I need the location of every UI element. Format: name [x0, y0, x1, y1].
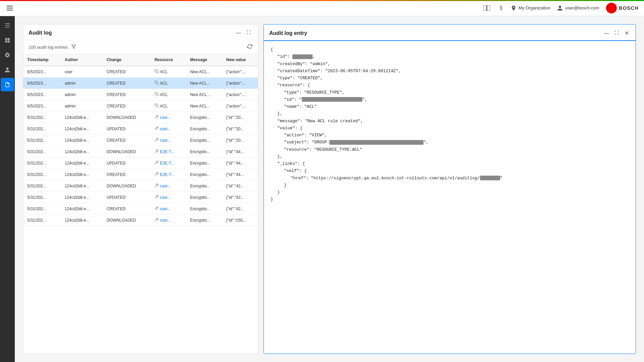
cell-change: DOWNLOADED: [103, 215, 150, 226]
cell-message: New ACL...: [186, 78, 222, 89]
entry-minimize-button[interactable]: —: [602, 29, 610, 37]
resource-link[interactable]: E2E-T...: [160, 149, 174, 154]
audit-panel-controls: —: [234, 29, 252, 37]
table-row[interactable]: 5/31/202...124cd2b8-e...CREATEDcool...En…: [23, 203, 258, 215]
main-layout: ☰ Audit log: [0, 16, 644, 362]
table-row[interactable]: 6/5/2023...adminCREATEDACLNew ACL...{"ac…: [23, 100, 258, 112]
cell-timestamp: 5/31/202...: [23, 215, 61, 226]
resource-link[interactable]: cool...: [160, 115, 171, 120]
json-line-id: "id": ,: [271, 53, 629, 60]
svg-rect-3: [156, 71, 158, 73]
table-row[interactable]: 6/5/2023...userCREATEDACLNew ACL...{"act…: [23, 66, 258, 78]
resource-link[interactable]: cool...: [160, 218, 171, 223]
cell-change: CREATED: [103, 78, 150, 89]
table-row[interactable]: 5/31/202...124cd2b8-e...UPDATEDE2E-T...E…: [23, 157, 258, 169]
layout-toggle-button[interactable]: [482, 4, 491, 12]
cell-resource[interactable]: E2E-T...: [151, 157, 186, 169]
cell-resource[interactable]: cool...: [151, 180, 186, 192]
audit-minimize-button[interactable]: —: [234, 29, 242, 37]
json-href-key: "href": "https://signencrypt.qa.eu1.bosc…: [291, 176, 480, 181]
json-resource-id-end: ",: [362, 97, 367, 102]
sidebar-item-person[interactable]: [1, 63, 14, 77]
json-line-outer-close: }: [271, 196, 629, 203]
org-icon: [511, 5, 517, 11]
table-row[interactable]: 6/5/2023...adminCREATEDACLNew ACL...{"ac…: [23, 89, 258, 100]
cell-resource[interactable]: cool...: [151, 203, 186, 215]
audit-maximize-button[interactable]: [245, 29, 252, 37]
cell-resource[interactable]: E2E-T...: [151, 146, 186, 157]
cell-resource[interactable]: cool...: [151, 192, 186, 203]
table-container[interactable]: Timestamp Author Change Resource Message…: [23, 54, 258, 354]
resource-link[interactable]: cool...: [160, 207, 171, 211]
table-row[interactable]: 5/31/202...124cd2b8-e...CREATEDcool...En…: [23, 135, 258, 146]
resource-link[interactable]: cool...: [160, 195, 171, 200]
wrench-icon: [155, 207, 159, 211]
cell-resource[interactable]: cool...: [151, 112, 186, 123]
cell-timestamp: 5/31/202...: [23, 123, 61, 135]
cell-author: admin: [61, 100, 103, 112]
audit-panel: Audit log — 100 audit log entries: [23, 24, 258, 354]
cell-newvalue: {"action":...: [222, 78, 258, 89]
json-resource-type: "type": "RESOURCE_TYPE",: [284, 90, 345, 95]
cell-resource[interactable]: E2E-T...: [151, 169, 186, 180]
table-row[interactable]: 5/31/202...124cd2b8-e...DOWNLOADEDE2E-T.…: [23, 146, 258, 157]
sidebar: ☰: [0, 16, 15, 362]
cell-message: Encryptio...: [186, 146, 222, 157]
json-line-type: "type": "CREATED",: [271, 75, 629, 82]
hamburger-button[interactable]: [5, 4, 14, 12]
cell-message: Encryptio...: [186, 203, 222, 215]
sidebar-item-grid[interactable]: [1, 34, 14, 47]
entry-maximize-icon: [614, 30, 619, 35]
table-row[interactable]: 5/31/202...124cd2b8-e...UPDATEDcool...En…: [23, 123, 258, 135]
cell-resource[interactable]: cool...: [151, 215, 186, 226]
cell-message: Encryptio...: [186, 215, 222, 226]
table-row[interactable]: 5/31/202...124cd2b8-e...DOWNLOADEDcool..…: [23, 215, 258, 226]
cell-author: 124cd2b8-e...: [61, 157, 103, 169]
table-row[interactable]: 5/31/202...124cd2b8-e...DOWNLOADEDcool..…: [23, 180, 258, 192]
cell-author: 124cd2b8-e...: [61, 215, 103, 226]
hamburger-icon: [7, 6, 13, 10]
table-scroll-wrapper: Timestamp Author Change Resource Message…: [23, 54, 258, 354]
resource-link[interactable]: E2E-T...: [160, 172, 174, 177]
sidebar-item-document[interactable]: [1, 78, 14, 91]
cell-author: admin: [61, 89, 103, 100]
table-row[interactable]: 5/31/202...124cd2b8-e...UPDATEDcool...En…: [23, 192, 258, 203]
cell-resource: ACL: [151, 100, 186, 112]
cell-message: Encryptio...: [186, 157, 222, 169]
bosch-text: BOSCH: [619, 5, 639, 11]
sidebar-item-menu[interactable]: ☰: [1, 19, 14, 32]
cell-newvalue: {"id":"42...: [222, 192, 258, 203]
json-links-open: "_links": {: [277, 162, 305, 166]
copy-icon: [155, 70, 159, 74]
entry-controls: — ✕: [602, 29, 630, 37]
resource-link[interactable]: cool...: [160, 184, 171, 188]
resource-link[interactable]: cool...: [160, 138, 171, 143]
entry-maximize-button[interactable]: [613, 29, 620, 37]
cell-resource[interactable]: cool...: [151, 135, 186, 146]
refresh-button[interactable]: [247, 44, 252, 50]
sidebar-item-settings[interactable]: [1, 48, 14, 62]
entry-close-button[interactable]: ✕: [623, 29, 630, 37]
cell-author: 124cd2b8-e...: [61, 192, 103, 203]
cell-newvalue: {"action":...: [222, 89, 258, 100]
menu-sidebar-icon: ☰: [5, 22, 10, 29]
cell-message: Encryptio...: [186, 123, 222, 135]
filter-icon[interactable]: [71, 44, 76, 50]
json-type: "type": "CREATED",: [277, 76, 323, 81]
cell-author: admin: [61, 78, 103, 89]
table-row[interactable]: 5/31/202...124cd2b8-e...CREATEDE2E-T...E…: [23, 169, 258, 180]
cell-timestamp: 6/5/2023...: [23, 78, 61, 89]
copy-icon: [155, 104, 159, 108]
cell-author: 124cd2b8-e...: [61, 146, 103, 157]
table-row[interactable]: 5/31/202...124cd2b8-e...DOWNLOADEDcool..…: [23, 112, 258, 123]
cell-message: Encryptio...: [186, 180, 222, 192]
resource-link[interactable]: cool...: [160, 127, 171, 131]
col-newvalue: New value: [222, 54, 258, 66]
table-row[interactable]: 6/5/2023...adminCREATEDACLNew ACL...{"ac…: [23, 78, 258, 89]
cell-resource[interactable]: cool...: [151, 123, 186, 135]
cell-timestamp: 5/31/202...: [23, 169, 61, 180]
maximize-icon: [246, 30, 251, 35]
cell-newvalue: {"id":"44...: [222, 146, 258, 157]
resource-link[interactable]: E2E-T...: [160, 161, 174, 166]
section-symbol-button[interactable]: §: [498, 4, 504, 12]
